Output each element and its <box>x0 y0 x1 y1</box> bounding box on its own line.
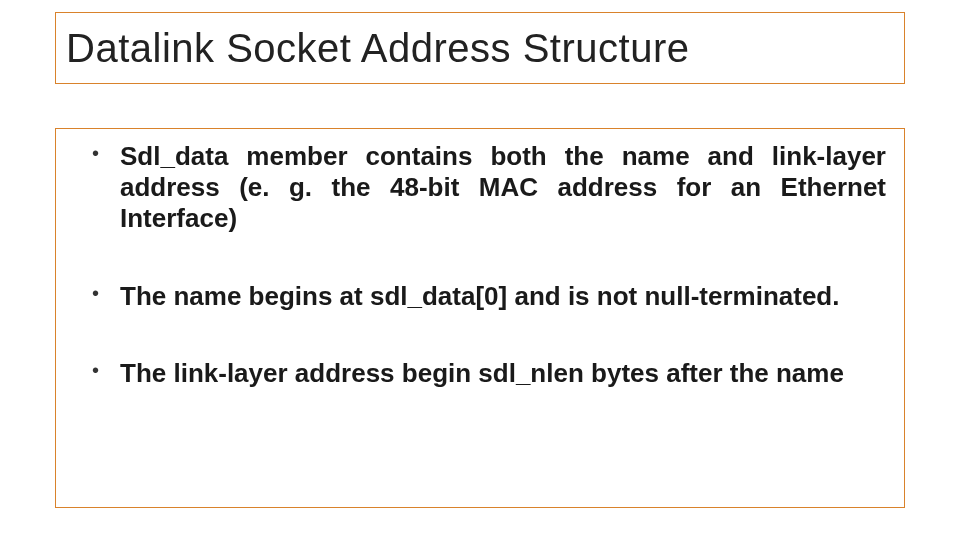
bullet-item: The name begins at sdl_data[0] and is no… <box>74 281 886 312</box>
slide: Datalink Socket Address Structure Sdl_da… <box>0 0 960 540</box>
bullet-list: Sdl_data member contains both the name a… <box>74 141 886 389</box>
bullet-item: Sdl_data member contains both the name a… <box>74 141 886 235</box>
bullet-item: The link-layer address begin sdl_nlen by… <box>74 358 886 389</box>
title-box: Datalink Socket Address Structure <box>55 12 905 84</box>
slide-title: Datalink Socket Address Structure <box>66 26 689 71</box>
body-box: Sdl_data member contains both the name a… <box>55 128 905 508</box>
